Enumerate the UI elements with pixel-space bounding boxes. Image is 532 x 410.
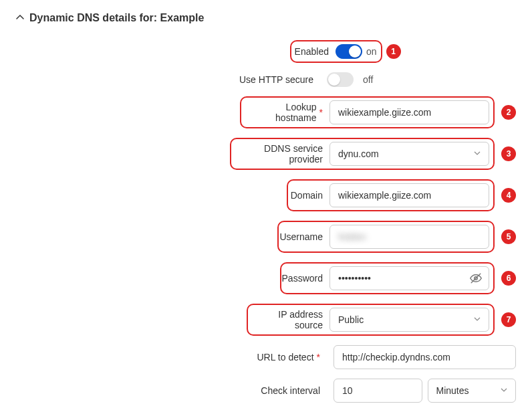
url-detect-input[interactable]: http://checkip.dyndns.com xyxy=(334,345,516,369)
annotation-badge-7: 7 xyxy=(501,312,516,327)
ip-source-label: IP address source xyxy=(252,309,329,330)
annotation-box-6: Password •••••••••• xyxy=(280,262,495,294)
annotation-badge-5: 5 xyxy=(501,229,516,244)
enabled-state: on xyxy=(366,46,377,57)
annotation-badge-1: 1 xyxy=(386,44,401,59)
panel-header[interactable]: Dynamic DNS details for: Example xyxy=(16,12,516,24)
eye-off-icon[interactable] xyxy=(470,272,482,284)
annotation-badge-3: 3 xyxy=(501,146,516,161)
lookup-hostname-label: Lookup hostname xyxy=(245,102,317,123)
domain-label: Domain xyxy=(292,190,329,201)
chevron-up-icon xyxy=(16,13,24,23)
check-interval-input[interactable]: 10 xyxy=(334,379,422,403)
ip-source-select[interactable]: Public xyxy=(329,308,489,332)
annotation-box-2: Lookup hostname * wikiexample.giize.com xyxy=(240,96,495,128)
http-secure-label: Use HTTP secure xyxy=(16,74,320,85)
url-detect-label: URL to detect xyxy=(257,352,313,363)
annotation-box-3: DDNS service provider dynu.com xyxy=(230,138,495,170)
http-secure-toggle[interactable] xyxy=(327,72,354,87)
username-input[interactable]: hidden xyxy=(329,225,489,249)
password-label: Password xyxy=(285,273,329,284)
page-title: Dynamic DNS details for: Example xyxy=(29,12,204,24)
provider-select[interactable]: dynu.com xyxy=(329,142,489,166)
chevron-down-icon xyxy=(474,149,481,159)
chevron-down-icon xyxy=(474,315,481,324)
provider-label: DDNS service provider xyxy=(235,143,329,165)
annotation-box-1: Enabled on xyxy=(290,40,382,63)
annotation-badge-4: 4 xyxy=(501,188,516,203)
annotation-box-4: Domain wikiexample.giize.com xyxy=(287,179,495,211)
required-asterisk: * xyxy=(319,107,323,118)
annotation-badge-6: 6 xyxy=(501,271,516,286)
lookup-hostname-input[interactable]: wikiexample.giize.com xyxy=(329,100,489,124)
annotation-badge-2: 2 xyxy=(501,105,516,120)
check-interval-unit-select[interactable]: Minutes xyxy=(428,379,517,403)
http-secure-state: off xyxy=(363,74,373,85)
enabled-toggle[interactable] xyxy=(336,44,362,59)
chevron-down-icon xyxy=(501,386,507,395)
domain-input[interactable]: wikiexample.giize.com xyxy=(329,183,489,207)
username-label: Username xyxy=(283,231,329,242)
annotation-box-5: Username hidden xyxy=(277,221,495,253)
check-interval-label: Check interval xyxy=(16,385,327,396)
annotation-box-7: IP address source Public xyxy=(247,304,495,336)
required-asterisk: * xyxy=(317,352,320,363)
password-input[interactable]: •••••••••• xyxy=(329,266,489,290)
enabled-label: Enabled xyxy=(295,46,336,57)
